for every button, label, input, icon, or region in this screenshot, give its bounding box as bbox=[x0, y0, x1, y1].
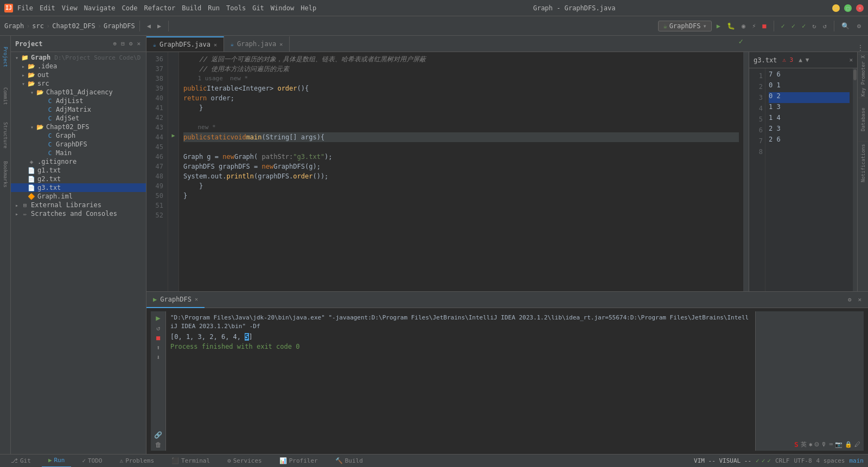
right-panel-nav-up[interactable]: ▲ bbox=[799, 56, 802, 63]
code-content[interactable]: // 返回一个可遍历的对象，具体是数组、链表、哈希表或者红黑树对用户屏蔽 // … bbox=[179, 52, 743, 291]
tab-graph-close[interactable]: ✕ bbox=[279, 41, 283, 47]
tab-graphdfs[interactable]: ☕ GraphDFS.java ✕ bbox=[146, 36, 224, 52]
tree-item-g1txt[interactable]: 📄 g1.txt bbox=[11, 166, 146, 175]
tree-item-graphdfs[interactable]: C GraphDFS bbox=[11, 140, 146, 149]
menu-code[interactable]: Code bbox=[122, 4, 138, 12]
bc-src[interactable]: src bbox=[32, 22, 44, 30]
bottom-settings-btn[interactable]: ⚙ bbox=[846, 295, 854, 304]
sidebar-toggle-structure[interactable]: Structure bbox=[1, 116, 10, 154]
sidebar-toggle-commit[interactable]: Commit bbox=[1, 77, 10, 115]
status-charset[interactable]: UTF-8 bbox=[794, 457, 812, 464]
menu-refactor[interactable]: Refactor bbox=[144, 4, 175, 12]
sidebar-toggle-bookmarks[interactable]: Bookmarks bbox=[1, 155, 10, 193]
status-run-tab[interactable]: ▶ Run bbox=[42, 455, 72, 468]
run-scroll-top[interactable]: ⬆ bbox=[156, 344, 160, 351]
back-button[interactable]: ◀ bbox=[144, 21, 154, 31]
menu-build[interactable]: Build bbox=[182, 4, 201, 12]
menu-bar[interactable]: File Edit View Navigate Code Refactor Bu… bbox=[17, 4, 316, 12]
run-config-selector[interactable]: ☕ GraphDFS ▾ bbox=[658, 21, 711, 31]
menu-view[interactable]: View bbox=[62, 4, 78, 12]
run-softref-btn[interactable]: 🔗 bbox=[154, 431, 162, 439]
status-indent[interactable]: 4 spaces bbox=[816, 457, 845, 464]
forward-button[interactable]: ▶ bbox=[155, 21, 164, 31]
minimize-button[interactable]: − bbox=[832, 4, 840, 12]
tree-item-extlib[interactable]: ▸ ⊞ External Libraries bbox=[11, 201, 146, 209]
close-button[interactable]: ✕ bbox=[856, 4, 864, 12]
menu-edit[interactable]: Edit bbox=[40, 4, 55, 12]
tree-item-adjset[interactable]: C AdjSet bbox=[11, 114, 146, 123]
status-git-tab[interactable]: ⎇ Git bbox=[4, 455, 37, 468]
tree-item-graphiml[interactable]: 🔶 Graph.iml bbox=[11, 192, 146, 201]
tree-item-adjmatrix[interactable]: C AdjMatrix bbox=[11, 105, 146, 114]
menu-window[interactable]: Window bbox=[271, 4, 294, 12]
window-controls[interactable]: − □ ✕ bbox=[832, 4, 864, 12]
stop-button[interactable]: ■ bbox=[760, 21, 769, 31]
tree-item-g3txt[interactable]: 📄 g3.txt bbox=[11, 183, 146, 192]
status-branch[interactable]: main bbox=[850, 457, 864, 464]
run-restart-btn[interactable]: ▶ bbox=[156, 314, 160, 322]
tree-item-src[interactable]: ▾ 📂 src bbox=[11, 79, 146, 88]
tree-item-chapt02[interactable]: ▾ 📂 Chapt02_DFS bbox=[11, 123, 146, 131]
status-profiler-tab[interactable]: 📊 Profiler bbox=[273, 455, 324, 468]
right-panel-nav-down[interactable]: ▼ bbox=[806, 56, 809, 63]
status-services-tab[interactable]: ⚙ Services bbox=[221, 455, 269, 468]
tab-graph[interactable]: ☕ Graph.java ✕ bbox=[224, 36, 290, 52]
rvt-database[interactable]: Database bbox=[858, 98, 868, 141]
tree-item-scratches[interactable]: ▸ ✏ Scratches and Consoles bbox=[11, 209, 146, 218]
settings-button[interactable]: ⚙ bbox=[854, 21, 864, 31]
coverage-button[interactable]: ◉ bbox=[739, 21, 748, 31]
run-trash-btn[interactable]: 🗑 bbox=[155, 441, 162, 449]
tab-more-button[interactable]: ⋮ bbox=[853, 44, 868, 52]
tree-item-g2txt[interactable]: 📄 g2.txt bbox=[11, 175, 146, 183]
profile-button[interactable]: ⚡ bbox=[749, 21, 758, 31]
debug-button[interactable]: 🐛 bbox=[724, 21, 738, 31]
bc-chapt[interactable]: Chapt02_DFS bbox=[52, 22, 95, 30]
sidebar-toggle-project[interactable]: Project bbox=[1, 38, 10, 76]
tree-item-root-graph[interactable]: ▾ 📁 Graph D:\Project Source Code\D bbox=[11, 53, 146, 62]
bc-graphdfs[interactable]: GraphDFS bbox=[104, 22, 135, 30]
tree-item-adjlist[interactable]: C AdjList bbox=[11, 97, 146, 105]
status-terminal-tab[interactable]: ⬛ Terminal bbox=[165, 455, 216, 468]
tab-graphdfs-close[interactable]: ✕ bbox=[214, 42, 217, 48]
git-fetch[interactable]: ↻ bbox=[809, 21, 819, 31]
menu-tools[interactable]: Tools bbox=[226, 4, 246, 12]
tree-item-idea[interactable]: ▸ 📂 .idea bbox=[11, 62, 146, 71]
maximize-button[interactable]: □ bbox=[844, 4, 852, 12]
rvt-key-promoter[interactable]: Key Promoter X bbox=[858, 54, 868, 98]
search-everywhere[interactable]: 🔍 bbox=[839, 21, 852, 31]
run-scroll-bottom[interactable]: ⬇ bbox=[156, 354, 160, 361]
right-scrollbar-thumb[interactable] bbox=[853, 69, 857, 80]
menu-navigate[interactable]: Navigate bbox=[84, 4, 116, 12]
run-button[interactable]: ▶ bbox=[714, 21, 723, 31]
bc-graph[interactable]: Graph bbox=[4, 22, 24, 30]
status-todo-tab[interactable]: ✓ TODO bbox=[75, 455, 108, 468]
right-panel-scrollbar[interactable] bbox=[853, 68, 857, 291]
rvt-notifications[interactable]: Notifications bbox=[858, 141, 868, 184]
git-revert[interactable]: ↺ bbox=[820, 21, 829, 31]
menu-git[interactable]: Git bbox=[252, 4, 264, 12]
right-panel-close-button[interactable]: ✕ bbox=[849, 56, 853, 63]
project-settings-button[interactable]: ⚙ bbox=[128, 39, 134, 48]
tree-item-chapt01[interactable]: ▾ 📂 Chapt01_Adjacency bbox=[11, 88, 146, 97]
tree-item-gitignore[interactable]: ◈ .gitignore bbox=[11, 157, 146, 166]
git-push[interactable]: ✓ bbox=[799, 21, 808, 31]
bottom-tab-graphdfs[interactable]: ▶ GraphDFS ✕ bbox=[146, 292, 205, 308]
menu-help[interactable]: Help bbox=[301, 4, 316, 12]
git-commit[interactable]: ✓ bbox=[789, 21, 798, 31]
bottom-tab-close[interactable]: ✕ bbox=[195, 296, 198, 302]
run-rerun-btn[interactable]: ↺ bbox=[156, 324, 160, 332]
tree-item-graph-class[interactable]: C Graph bbox=[11, 131, 146, 140]
run-stop-btn[interactable]: ■ bbox=[156, 334, 160, 342]
git-update[interactable]: ✓ bbox=[778, 21, 788, 31]
tree-item-out[interactable]: ▸ 📂 out bbox=[11, 71, 146, 79]
status-build-tab[interactable]: 🔨 Build bbox=[329, 455, 369, 468]
project-close-button[interactable]: ✕ bbox=[136, 39, 142, 48]
menu-run[interactable]: Run bbox=[208, 4, 220, 12]
editor-scrollbar[interactable] bbox=[743, 52, 749, 291]
status-problems-tab[interactable]: ⚠ Problems bbox=[113, 455, 161, 468]
status-line-ending[interactable]: CRLF bbox=[775, 457, 790, 464]
project-collapse-button[interactable]: ⊟ bbox=[120, 39, 126, 48]
tree-item-main[interactable]: C Main bbox=[11, 149, 146, 157]
menu-file[interactable]: File bbox=[17, 4, 33, 12]
bottom-close-btn[interactable]: ✕ bbox=[856, 295, 864, 304]
